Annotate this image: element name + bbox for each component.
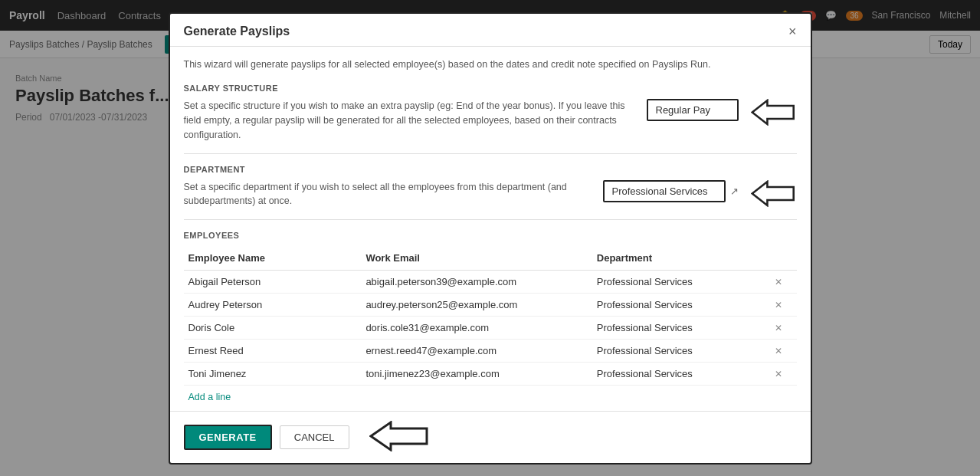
- employee-dept: Professional Services: [592, 317, 770, 340]
- modal-intro-text: This wizard will generate payslips for a…: [184, 57, 797, 72]
- generate-payslips-modal: Generate Payslips × This wizard will gen…: [169, 12, 812, 465]
- employees-table-body: Abigail Peterson abigail.peterson39@exam…: [184, 271, 797, 386]
- col-header-action: [770, 246, 797, 271]
- table-row: Audrey Peterson audrey.peterson25@exampl…: [184, 294, 797, 317]
- employee-name: Abigail Peterson: [184, 271, 362, 294]
- employee-dept: Professional Services: [592, 294, 770, 317]
- remove-row-button[interactable]: ✕: [775, 369, 782, 379]
- salary-structure-desc: Set a specific structure if you wish to …: [184, 99, 634, 142]
- svg-marker-2: [371, 422, 427, 450]
- salary-structure-label: SALARY STRUCTURE: [184, 84, 797, 93]
- external-link-icon[interactable]: ↗: [730, 185, 739, 197]
- table-row: Ernest Reed ernest.reed47@example.com Pr…: [184, 340, 797, 363]
- employees-section: EMPLOYEES Employee Name Work Email Depar…: [184, 231, 797, 409]
- remove-row-cell: ✕: [770, 363, 797, 386]
- modal-body: This wizard will generate payslips for a…: [170, 47, 811, 411]
- employee-name: Doris Cole: [184, 317, 362, 340]
- remove-row-cell: ✕: [770, 340, 797, 363]
- remove-row-cell: ✕: [770, 294, 797, 317]
- add-line-button[interactable]: Add a line: [184, 386, 236, 409]
- table-header-row: Employee Name Work Email Department: [184, 246, 797, 271]
- remove-row-cell: ✕: [770, 317, 797, 340]
- employee-email: abigail.peterson39@example.com: [361, 271, 592, 294]
- cancel-button[interactable]: CANCEL: [280, 425, 349, 449]
- modal-close-button[interactable]: ×: [788, 25, 797, 38]
- salary-structure-row: Set a specific structure if you wish to …: [184, 99, 797, 142]
- employee-email: ernest.reed47@example.com: [361, 340, 592, 363]
- remove-row-button[interactable]: ✕: [775, 300, 782, 310]
- modal-footer: GENERATE CANCEL: [170, 411, 811, 463]
- employee-dept: Professional Services: [592, 363, 770, 386]
- col-header-dept: Department: [592, 246, 770, 271]
- department-arrow: [751, 180, 797, 207]
- employee-name: Toni Jimenez: [184, 363, 362, 386]
- department-desc: Set a specific department if you wish to…: [184, 180, 591, 209]
- svg-marker-1: [752, 182, 793, 205]
- remove-row-button[interactable]: ✕: [775, 323, 782, 333]
- department-field: Professional Services ↗: [603, 180, 739, 202]
- employees-section-label: EMPLOYEES: [184, 231, 797, 240]
- remove-row-button[interactable]: ✕: [775, 346, 782, 356]
- generate-button[interactable]: GENERATE: [184, 425, 272, 450]
- salary-structure-section: SALARY STRUCTURE Set a specific structur…: [184, 84, 797, 142]
- remove-row-button[interactable]: ✕: [775, 277, 782, 287]
- remove-row-cell: ✕: [770, 271, 797, 294]
- divider-2: [184, 219, 797, 220]
- modal-title: Generate Payslips: [184, 25, 290, 38]
- employee-dept: Professional Services: [592, 340, 770, 363]
- divider-1: [184, 153, 797, 154]
- employee-email: audrey.peterson25@example.com: [361, 294, 592, 317]
- employee-name: Ernest Reed: [184, 340, 362, 363]
- salary-structure-input[interactable]: Regular Pay: [647, 99, 739, 121]
- department-input[interactable]: Professional Services: [603, 180, 726, 202]
- col-header-email: Work Email: [361, 246, 592, 271]
- employee-email: doris.cole31@example.com: [361, 317, 592, 340]
- employee-email: toni.jimenez23@example.com: [361, 363, 592, 386]
- col-header-name: Employee Name: [184, 246, 362, 271]
- modal-overlay: Generate Payslips × This wizard will gen…: [0, 0, 980, 476]
- svg-marker-0: [752, 100, 793, 124]
- employees-table: Employee Name Work Email Department Abig…: [184, 246, 797, 386]
- employee-name: Audrey Peterson: [184, 294, 362, 317]
- footer-arrow: [369, 421, 431, 454]
- table-row: Abigail Peterson abigail.peterson39@exam…: [184, 271, 797, 294]
- department-section: DEPARTMENT Set a specific department if …: [184, 165, 797, 209]
- salary-structure-field: Regular Pay: [647, 99, 739, 121]
- modal-header: Generate Payslips ×: [170, 14, 811, 47]
- table-row: Doris Cole doris.cole31@example.com Prof…: [184, 317, 797, 340]
- table-row: Toni Jimenez toni.jimenez23@example.com …: [184, 363, 797, 386]
- salary-structure-arrow: [751, 99, 797, 126]
- employee-dept: Professional Services: [592, 271, 770, 294]
- department-row: Set a specific department if you wish to…: [184, 180, 797, 209]
- department-label: DEPARTMENT: [184, 165, 797, 174]
